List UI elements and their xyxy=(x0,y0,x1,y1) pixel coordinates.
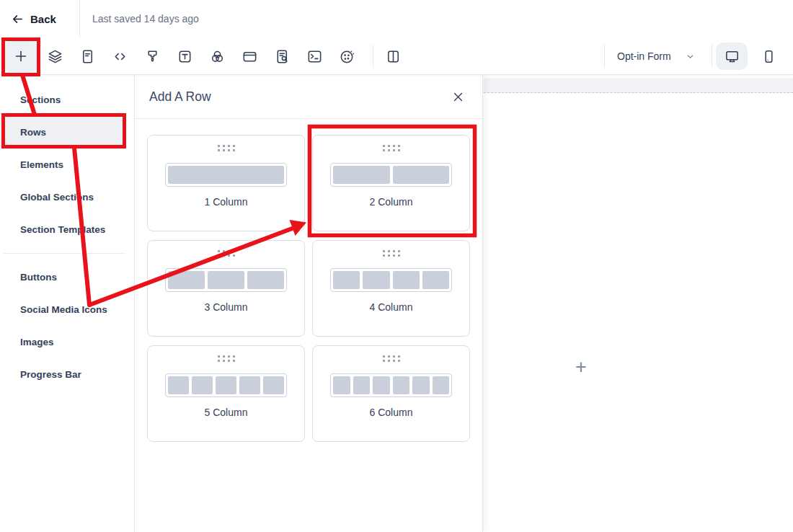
sidebar-item-sections[interactable]: Sections xyxy=(0,84,134,116)
tool-blend-button[interactable] xyxy=(204,43,230,69)
column-bar xyxy=(168,376,189,394)
sidebar-secondary-group: ButtonsSocial Media IconsImagesProgress … xyxy=(0,261,134,391)
drag-handle-icon xyxy=(383,145,400,151)
canvas-section-strip xyxy=(484,78,793,93)
layers-icon xyxy=(47,48,63,65)
top-bar: Back Last saved 14 days ago xyxy=(0,0,793,37)
tool-page-button[interactable] xyxy=(74,43,100,69)
chevron-down-icon xyxy=(686,52,695,61)
toolbar-tool-group xyxy=(4,37,366,75)
column-bar xyxy=(393,376,410,394)
column-bar xyxy=(216,376,236,394)
add-icon xyxy=(12,48,30,65)
phone-preview-button[interactable] xyxy=(753,43,784,70)
device-preview-group xyxy=(716,43,784,70)
row-option-label: 3 Column xyxy=(205,301,248,313)
drag-handle-icon xyxy=(383,355,400,362)
back-arrow-icon xyxy=(12,13,24,25)
tool-layers-button[interactable] xyxy=(42,43,68,69)
row-option-4-column[interactable]: 4 Column xyxy=(312,240,470,337)
close-icon xyxy=(452,91,464,103)
drag-handle-icon xyxy=(383,250,400,257)
drag-handle-icon xyxy=(218,250,235,257)
code-icon xyxy=(112,48,128,65)
back-button[interactable]: Back xyxy=(12,0,56,37)
column-preview xyxy=(330,373,452,397)
topbar-divider xyxy=(79,0,80,37)
column-preview xyxy=(165,163,287,187)
tool-split-button[interactable] xyxy=(380,43,406,69)
column-bar xyxy=(168,271,205,289)
column-bar xyxy=(208,271,244,289)
toolbar-split-group xyxy=(380,43,412,69)
canvas-add-element-button[interactable]: + xyxy=(575,358,587,377)
column-bar xyxy=(363,271,389,289)
row-options-grid: 1 Column2 Column3 Column4 Column5 Column… xyxy=(147,135,469,442)
terminal-icon xyxy=(306,48,323,65)
row-option-1-column[interactable]: 1 Column xyxy=(147,135,305,231)
sidebar-item-section-templates[interactable]: Section Templates xyxy=(0,213,134,246)
column-bar xyxy=(333,271,360,289)
column-preview xyxy=(165,268,287,292)
column-bar xyxy=(239,376,260,394)
column-bar xyxy=(168,166,284,184)
column-bar xyxy=(263,376,284,394)
close-panel-button[interactable] xyxy=(448,87,468,107)
row-option-3-column[interactable]: 3 Column xyxy=(147,240,305,337)
audit-icon xyxy=(274,48,291,65)
sidebar-item-global-sections[interactable]: Global Sections xyxy=(0,181,134,213)
tool-add-button[interactable] xyxy=(4,40,37,72)
text-icon xyxy=(177,48,193,65)
add-row-panel: Add A Row 1 Column2 Column3 Column4 Colu… xyxy=(135,75,483,532)
drag-handle-icon xyxy=(218,355,235,362)
sidebar-item-rows[interactable]: Rows xyxy=(0,116,125,148)
tool-terminal-button[interactable] xyxy=(301,43,327,69)
sidebar-item-progress-bar[interactable]: Progress Bar xyxy=(0,358,134,391)
monitor-icon xyxy=(724,48,740,65)
column-bar xyxy=(433,376,450,394)
tool-text-button[interactable] xyxy=(172,43,198,69)
tool-cookie-button[interactable] xyxy=(334,43,360,69)
toolbar-divider xyxy=(373,45,373,68)
sidebar-item-images[interactable]: Images xyxy=(0,326,134,358)
sidebar-item-social-media-icons[interactable]: Social Media Icons xyxy=(0,293,134,326)
row-option-5-column[interactable]: 5 Column xyxy=(147,345,305,442)
page-canvas: + xyxy=(483,75,793,532)
row-option-2-column[interactable]: 2 Column xyxy=(312,135,470,231)
column-bar xyxy=(373,376,390,394)
row-option-6-column[interactable]: 6 Column xyxy=(312,345,470,442)
column-bar xyxy=(353,376,371,394)
row-option-label: 6 Column xyxy=(370,407,413,418)
panel-title: Add A Row xyxy=(149,89,211,105)
sidebar-primary-group: SectionsRowsElementsGlobal SectionsSecti… xyxy=(0,84,134,246)
back-label: Back xyxy=(30,13,56,25)
column-bar xyxy=(247,271,284,289)
page-selector-value: Opt-in Form xyxy=(617,50,671,62)
column-bar xyxy=(333,376,350,394)
last-saved-status: Last saved 14 days ago xyxy=(92,0,199,37)
tool-section-button[interactable] xyxy=(236,43,262,69)
add-row-panel-header: Add A Row xyxy=(135,75,482,119)
editor-toolbar: Opt-in Form xyxy=(0,37,793,75)
column-bar xyxy=(393,166,450,184)
column-bar xyxy=(393,271,420,289)
sidebar-item-elements[interactable]: Elements xyxy=(0,148,134,181)
tool-brush-button[interactable] xyxy=(139,43,165,69)
elements-sidebar: SectionsRowsElementsGlobal SectionsSecti… xyxy=(0,75,135,532)
page-editor: Back Last saved 14 days ago Opt-in Form … xyxy=(0,0,793,532)
column-preview xyxy=(165,373,287,397)
phone-icon xyxy=(761,48,777,65)
column-bar xyxy=(192,376,213,394)
section-icon xyxy=(242,48,258,65)
row-option-label: 5 Column xyxy=(205,407,248,418)
row-option-label: 4 Column xyxy=(370,301,413,313)
toolbar-divider xyxy=(604,45,605,68)
page-selector-dropdown[interactable]: Opt-in Form xyxy=(617,37,695,75)
tool-audit-button[interactable] xyxy=(269,43,295,69)
cookie-icon xyxy=(339,48,355,65)
tool-code-button[interactable] xyxy=(107,43,133,69)
sidebar-item-buttons[interactable]: Buttons xyxy=(0,261,134,293)
sidebar-divider xyxy=(4,253,125,254)
monitor-preview-button[interactable] xyxy=(716,43,748,70)
column-preview xyxy=(330,163,452,187)
